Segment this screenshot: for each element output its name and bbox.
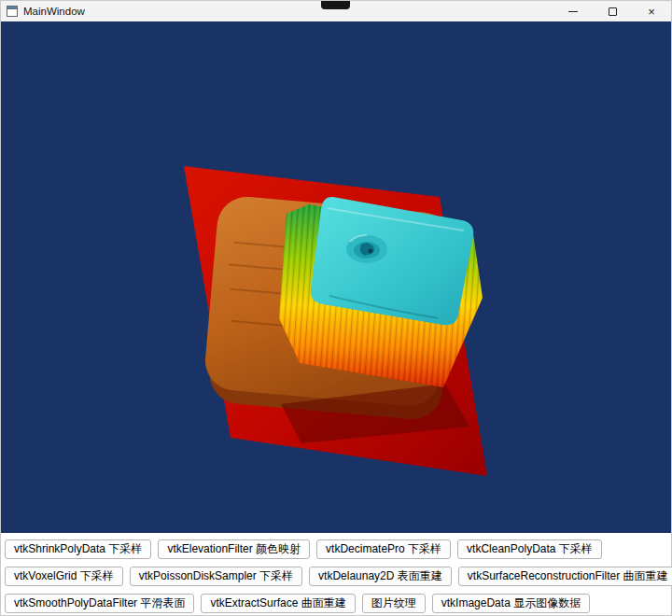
btn-voxel-grid[interactable]: vtkVoxelGrid 下采样 — [5, 567, 123, 586]
toolbar: vtkShrinkPolyData 下采样 vtkElevationFilter… — [1, 533, 671, 615]
maximize-icon — [609, 7, 617, 16]
vtk-3d-scene — [1, 21, 671, 533]
btn-surface-reconstruction-filter[interactable]: vtkSurfaceReconstructionFilter 曲面重建 — [458, 567, 672, 586]
btn-image-texture[interactable]: 图片纹理 — [362, 594, 426, 613]
toolbar-row-2: vtkVoxelGrid 下采样 vtkPoissonDiskSampler 下… — [5, 567, 667, 586]
minimize-button[interactable] — [553, 1, 593, 21]
camera-notch — [321, 1, 350, 9]
maximize-button[interactable] — [593, 1, 632, 21]
btn-delaunay2d[interactable]: vtkDelaunay2D 表面重建 — [309, 567, 452, 586]
btn-shrink-polydata[interactable]: vtkShrinkPolyData 下采样 — [5, 539, 151, 559]
btn-poisson-disk-sampler[interactable]: vtkPoissonDiskSampler 下采样 — [130, 567, 302, 586]
btn-clean-polydata[interactable]: vtkCleanPolyData 下采样 — [457, 539, 602, 559]
btn-image-data[interactable]: vtkImageData 显示图像数据 — [432, 594, 590, 613]
btn-decimate-pro[interactable]: vtkDecimatePro 下采样 — [316, 539, 451, 559]
surface-dent — [346, 235, 387, 263]
close-icon: × — [648, 6, 655, 18]
titlebar[interactable]: MainWindow × — [1, 1, 671, 21]
btn-elevation-filter[interactable]: vtkElevationFilter 颜色映射 — [158, 539, 310, 559]
window-controls: × — [553, 1, 671, 21]
window-title: MainWindow — [23, 6, 85, 17]
toolbar-row-3: vtkSmoothPolyDataFilter 平滑表面 vtkExtractS… — [5, 594, 667, 613]
btn-smooth-polydata-filter[interactable]: vtkSmoothPolyDataFilter 平滑表面 — [5, 594, 194, 613]
btn-extract-surface[interactable]: vtkExtractSurface 曲面重建 — [201, 594, 355, 613]
main-window: MainWindow × — [0, 0, 672, 616]
vtk-viewport[interactable] — [1, 21, 671, 533]
close-button[interactable]: × — [632, 1, 671, 21]
app-icon — [6, 5, 19, 18]
minimize-icon — [568, 11, 578, 12]
toolbar-row-1: vtkShrinkPolyData 下采样 vtkElevationFilter… — [5, 539, 667, 559]
